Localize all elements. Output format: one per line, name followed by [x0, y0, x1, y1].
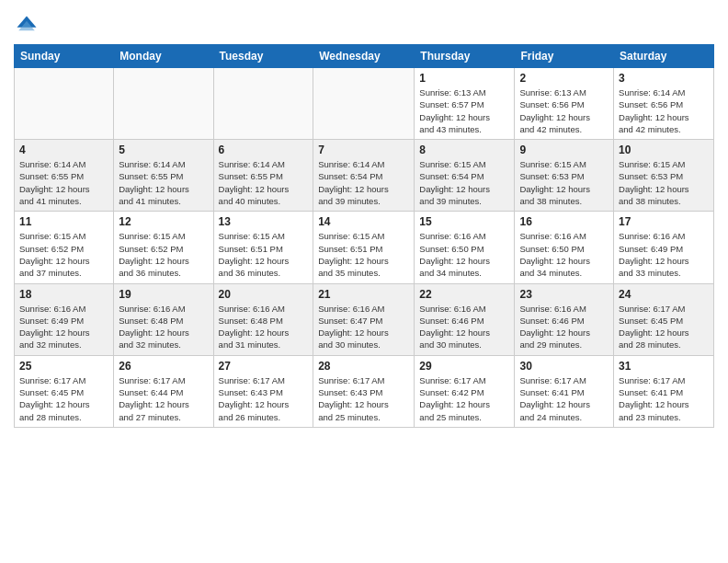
- calendar-cell: 19Sunrise: 6:16 AM Sunset: 6:48 PM Dayli…: [114, 283, 213, 355]
- day-number: 30: [519, 360, 609, 373]
- day-number: 7: [318, 144, 409, 156]
- day-number: 24: [619, 288, 709, 301]
- calendar-cell: 17Sunrise: 6:16 AM Sunset: 6:49 PM Dayli…: [614, 212, 714, 283]
- day-info: Sunrise: 6:17 AM Sunset: 6:43 PM Dayligh…: [318, 374, 409, 423]
- day-info: Sunrise: 6:16 AM Sunset: 6:47 PM Dayligh…: [318, 303, 409, 351]
- calendar-cell: 8Sunrise: 6:15 AM Sunset: 6:54 PM Daylig…: [415, 140, 515, 212]
- calendar-cell: 1Sunrise: 6:13 AM Sunset: 6:57 PM Daylig…: [415, 68, 515, 140]
- day-info: Sunrise: 6:16 AM Sunset: 6:46 PM Dayligh…: [519, 303, 609, 351]
- calendar-cell: 20Sunrise: 6:16 AM Sunset: 6:48 PM Dayli…: [213, 283, 313, 355]
- day-number: 15: [419, 215, 509, 228]
- day-info: Sunrise: 6:16 AM Sunset: 6:49 PM Dayligh…: [619, 230, 709, 279]
- calendar-week-row: 25Sunrise: 6:17 AM Sunset: 6:45 PM Dayli…: [15, 355, 714, 427]
- day-info: Sunrise: 6:14 AM Sunset: 6:56 PM Dayligh…: [619, 86, 709, 135]
- calendar-cell: 26Sunrise: 6:17 AM Sunset: 6:44 PM Dayli…: [114, 355, 213, 427]
- day-info: Sunrise: 6:14 AM Sunset: 6:55 PM Dayligh…: [19, 158, 108, 207]
- calendar-cell: 11Sunrise: 6:15 AM Sunset: 6:52 PM Dayli…: [15, 212, 114, 283]
- calendar-cell: 12Sunrise: 6:15 AM Sunset: 6:52 PM Dayli…: [114, 212, 213, 283]
- day-number: 1: [419, 72, 509, 85]
- day-info: Sunrise: 6:15 AM Sunset: 6:52 PM Dayligh…: [119, 230, 208, 279]
- day-number: 11: [19, 215, 108, 228]
- calendar-cell: 7Sunrise: 6:14 AM Sunset: 6:54 PM Daylig…: [313, 140, 415, 212]
- day-number: 23: [519, 288, 609, 301]
- day-info: Sunrise: 6:17 AM Sunset: 6:45 PM Dayligh…: [619, 303, 709, 351]
- calendar-cell: 16Sunrise: 6:16 AM Sunset: 6:50 PM Dayli…: [515, 212, 614, 283]
- day-info: Sunrise: 6:16 AM Sunset: 6:49 PM Dayligh…: [19, 303, 108, 351]
- day-number: 20: [219, 288, 309, 301]
- day-number: 3: [619, 72, 709, 85]
- day-number: 12: [119, 215, 208, 228]
- day-info: Sunrise: 6:16 AM Sunset: 6:46 PM Dayligh…: [419, 303, 509, 351]
- day-info: Sunrise: 6:15 AM Sunset: 6:51 PM Dayligh…: [318, 230, 409, 279]
- calendar-cell: 9Sunrise: 6:15 AM Sunset: 6:53 PM Daylig…: [515, 140, 614, 212]
- day-number: 17: [619, 215, 709, 228]
- logo-area: [14, 9, 42, 39]
- calendar-week-row: 1Sunrise: 6:13 AM Sunset: 6:57 PM Daylig…: [15, 68, 714, 140]
- header: [14, 9, 714, 39]
- calendar-cell: 10Sunrise: 6:15 AM Sunset: 6:53 PM Dayli…: [614, 140, 714, 212]
- day-number: 5: [119, 144, 208, 156]
- calendar-cell: 30Sunrise: 6:17 AM Sunset: 6:41 PM Dayli…: [515, 355, 614, 427]
- day-info: Sunrise: 6:14 AM Sunset: 6:55 PM Dayligh…: [119, 158, 208, 207]
- calendar-cell: 2Sunrise: 6:13 AM Sunset: 6:56 PM Daylig…: [515, 68, 614, 140]
- calendar-cell: 14Sunrise: 6:15 AM Sunset: 6:51 PM Dayli…: [313, 212, 415, 283]
- day-number: 27: [219, 360, 309, 373]
- calendar-cell: 28Sunrise: 6:17 AM Sunset: 6:43 PM Dayli…: [313, 355, 415, 427]
- day-info: Sunrise: 6:17 AM Sunset: 6:41 PM Dayligh…: [519, 374, 609, 423]
- day-info: Sunrise: 6:13 AM Sunset: 6:57 PM Dayligh…: [419, 86, 509, 135]
- calendar-cell: [15, 68, 114, 140]
- day-info: Sunrise: 6:14 AM Sunset: 6:55 PM Dayligh…: [219, 158, 309, 207]
- calendar-cell: 23Sunrise: 6:16 AM Sunset: 6:46 PM Dayli…: [515, 283, 614, 355]
- calendar-cell: 15Sunrise: 6:16 AM Sunset: 6:50 PM Dayli…: [415, 212, 515, 283]
- calendar-cell: 4Sunrise: 6:14 AM Sunset: 6:55 PM Daylig…: [15, 140, 114, 212]
- calendar-cell: 3Sunrise: 6:14 AM Sunset: 6:56 PM Daylig…: [614, 68, 714, 140]
- day-number: 16: [519, 215, 609, 228]
- calendar-day-header: Sunday: [15, 45, 114, 68]
- calendar-cell: 18Sunrise: 6:16 AM Sunset: 6:49 PM Dayli…: [15, 283, 114, 355]
- calendar-week-row: 4Sunrise: 6:14 AM Sunset: 6:55 PM Daylig…: [15, 140, 714, 212]
- day-number: 19: [119, 288, 208, 301]
- logo-icon: [14, 13, 40, 39]
- calendar-cell: 24Sunrise: 6:17 AM Sunset: 6:45 PM Dayli…: [614, 283, 714, 355]
- calendar-table: SundayMondayTuesdayWednesdayThursdayFrid…: [14, 44, 714, 428]
- day-info: Sunrise: 6:17 AM Sunset: 6:44 PM Dayligh…: [119, 374, 208, 423]
- calendar-week-row: 11Sunrise: 6:15 AM Sunset: 6:52 PM Dayli…: [15, 212, 714, 283]
- day-number: 6: [219, 144, 309, 156]
- calendar-day-header: Wednesday: [313, 45, 415, 68]
- day-info: Sunrise: 6:17 AM Sunset: 6:43 PM Dayligh…: [219, 374, 309, 423]
- calendar-header-row: SundayMondayTuesdayWednesdayThursdayFrid…: [15, 45, 714, 68]
- calendar-day-header: Monday: [114, 45, 213, 68]
- calendar-day-header: Thursday: [415, 45, 515, 68]
- day-info: Sunrise: 6:14 AM Sunset: 6:54 PM Dayligh…: [318, 158, 409, 207]
- day-info: Sunrise: 6:15 AM Sunset: 6:53 PM Dayligh…: [519, 158, 609, 207]
- calendar-day-header: Friday: [515, 45, 614, 68]
- day-number: 14: [318, 215, 409, 228]
- day-number: 9: [519, 144, 609, 156]
- calendar-cell: [213, 68, 313, 140]
- day-info: Sunrise: 6:16 AM Sunset: 6:50 PM Dayligh…: [419, 230, 509, 279]
- day-number: 26: [119, 360, 208, 373]
- calendar-cell: [313, 68, 415, 140]
- day-info: Sunrise: 6:15 AM Sunset: 6:54 PM Dayligh…: [419, 158, 509, 207]
- calendar-cell: 5Sunrise: 6:14 AM Sunset: 6:55 PM Daylig…: [114, 140, 213, 212]
- day-info: Sunrise: 6:17 AM Sunset: 6:41 PM Dayligh…: [619, 374, 709, 423]
- day-number: 28: [318, 360, 409, 373]
- day-info: Sunrise: 6:15 AM Sunset: 6:53 PM Dayligh…: [619, 158, 709, 207]
- calendar-cell: 29Sunrise: 6:17 AM Sunset: 6:42 PM Dayli…: [415, 355, 515, 427]
- day-info: Sunrise: 6:16 AM Sunset: 6:48 PM Dayligh…: [219, 303, 309, 351]
- day-info: Sunrise: 6:16 AM Sunset: 6:48 PM Dayligh…: [119, 303, 208, 351]
- day-info: Sunrise: 6:15 AM Sunset: 6:52 PM Dayligh…: [19, 230, 108, 279]
- page: SundayMondayTuesdayWednesdayThursdayFrid…: [0, 0, 728, 563]
- day-info: Sunrise: 6:16 AM Sunset: 6:50 PM Dayligh…: [519, 230, 609, 279]
- day-number: 22: [419, 288, 509, 301]
- calendar-day-header: Tuesday: [213, 45, 313, 68]
- day-number: 25: [19, 360, 108, 373]
- calendar-cell: 21Sunrise: 6:16 AM Sunset: 6:47 PM Dayli…: [313, 283, 415, 355]
- calendar-cell: 27Sunrise: 6:17 AM Sunset: 6:43 PM Dayli…: [213, 355, 313, 427]
- day-info: Sunrise: 6:15 AM Sunset: 6:51 PM Dayligh…: [219, 230, 309, 279]
- calendar-cell: 13Sunrise: 6:15 AM Sunset: 6:51 PM Dayli…: [213, 212, 313, 283]
- day-number: 8: [419, 144, 509, 156]
- day-number: 18: [19, 288, 108, 301]
- day-info: Sunrise: 6:17 AM Sunset: 6:45 PM Dayligh…: [19, 374, 108, 423]
- calendar-cell: 25Sunrise: 6:17 AM Sunset: 6:45 PM Dayli…: [15, 355, 114, 427]
